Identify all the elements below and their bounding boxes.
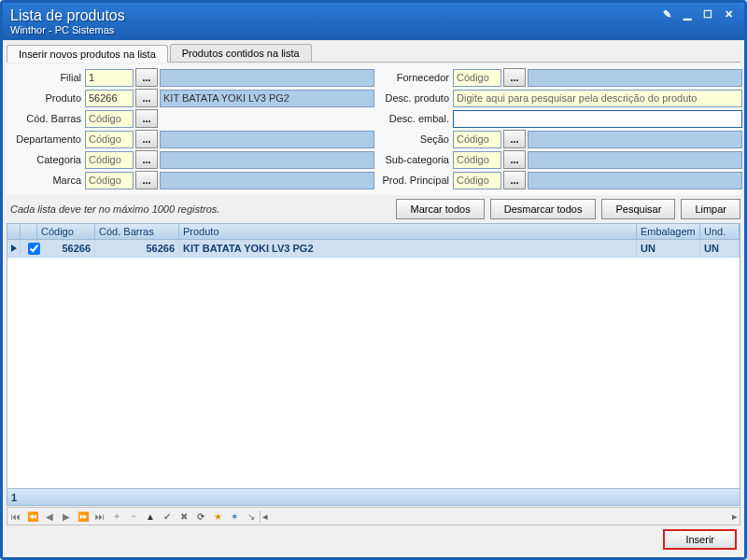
nav-next-icon[interactable]: ▶ (58, 508, 75, 525)
nav-post-icon[interactable]: ✔ (159, 508, 176, 525)
col-und[interactable]: Und. (700, 224, 740, 239)
departamento-desc-input[interactable] (160, 131, 374, 148)
nav-next-page-icon[interactable]: ⏩ (75, 508, 92, 525)
prod-principal-code-input[interactable] (453, 172, 501, 189)
fornecedor-lookup-button[interactable]: ... (503, 68, 526, 87)
departamento-lookup-button[interactable]: ... (135, 130, 158, 148)
secao-lookup-button[interactable]: ... (503, 130, 526, 148)
nav-goto-icon[interactable]: ↘ (243, 508, 260, 525)
cell-cod-barras: 56266 (95, 240, 179, 257)
edit-icon[interactable]: ✎ (658, 7, 675, 21)
label-cod-barras: Cód. Barras (10, 113, 85, 124)
filial-desc-input[interactable] (160, 69, 374, 87)
col-produto[interactable]: Produto (179, 224, 637, 239)
nav-insert-icon[interactable]: ＋ (108, 508, 125, 525)
produto-lookup-button[interactable]: ... (135, 89, 158, 107)
secao-code-input[interactable] (453, 131, 501, 148)
categoria-lookup-button[interactable]: ... (135, 150, 158, 169)
tab-produtos-contidos[interactable]: Produtos contidos na lista (170, 44, 312, 62)
close-icon[interactable]: ✕ (720, 7, 737, 21)
marcar-todos-button[interactable]: Marcar todos (396, 199, 484, 219)
label-secao: Seção (378, 133, 453, 145)
filial-lookup-button[interactable]: ... (135, 68, 158, 87)
categoria-desc-input[interactable] (160, 151, 374, 169)
product-grid: Código Cód. Barras Produto Embalagem Und… (7, 223, 740, 506)
label-marca: Marca (10, 175, 85, 186)
marca-lookup-button[interactable]: ... (135, 171, 158, 189)
label-filial: Filial (10, 72, 85, 83)
pesquisar-button[interactable]: Pesquisar (601, 199, 675, 219)
nav-refresh-icon[interactable]: ⟳ (192, 508, 209, 525)
nav-filter-icon[interactable]: ✶ (226, 508, 243, 525)
hint-text: Cada lista deve ter no máximo 1000 regis… (7, 203, 219, 215)
minimize-icon[interactable]: ▁ (679, 7, 696, 21)
row-indicator-icon (7, 240, 21, 257)
fornecedor-desc-input[interactable] (528, 69, 742, 87)
col-indicator (7, 224, 21, 239)
cod-barras-lookup-button[interactable]: ... (135, 109, 158, 128)
hint-row: Cada lista deve ter no máximo 1000 regis… (7, 199, 740, 219)
categoria-code-input[interactable] (85, 151, 134, 169)
nav-cancel-icon[interactable]: ✖ (176, 508, 192, 525)
prod-principal-lookup-button[interactable]: ... (503, 171, 526, 189)
sub-categoria-code-input[interactable] (453, 151, 501, 169)
grid-body: 56266 56266 KIT BATATA YOKI LV3 PG2 UN U… (7, 240, 740, 488)
tab-row: Inserir novos produtos na lista Produtos… (7, 44, 740, 63)
col-checkbox (21, 224, 37, 239)
nav-bookmark-icon[interactable]: ★ (209, 508, 226, 525)
nav-first-icon[interactable]: ⏮ (7, 508, 24, 525)
marca-code-input[interactable] (85, 172, 134, 189)
tab-inserir-novos[interactable]: Inserir novos produtos na lista (7, 45, 168, 63)
label-categoria: Categoria (10, 154, 85, 165)
cell-produto: KIT BATATA YOKI LV3 PG2 (179, 240, 637, 257)
titlebar: Lista de produtos Winthor - PC Sistemas … (3, 3, 744, 40)
cell-embalagem: UN (637, 240, 700, 257)
maximize-icon[interactable]: ☐ (699, 7, 716, 21)
marca-desc-input[interactable] (160, 172, 374, 189)
record-navigator: ⏮ ⏪ ◀ ▶ ⏩ ⏭ ＋ － ▲ ✔ ✖ ⟳ ★ ✶ ↘ ◂ ▸ (7, 507, 740, 525)
bottom-bar: Inserir (7, 525, 740, 553)
sub-categoria-desc-input[interactable] (528, 151, 742, 169)
nav-prev-icon[interactable]: ◀ (41, 508, 58, 525)
scroll-right-icon[interactable]: ▸ (732, 511, 738, 523)
col-codigo[interactable]: Código (37, 224, 95, 239)
cod-barras-input[interactable] (85, 110, 134, 128)
table-row[interactable]: 56266 56266 KIT BATATA YOKI LV3 PG2 UN U… (7, 240, 740, 258)
label-desc-produto: Desc. produto (378, 92, 453, 104)
prod-principal-desc-input[interactable] (528, 172, 742, 189)
grid-footer: 1 (7, 488, 740, 505)
nav-prev-page-icon[interactable]: ⏪ (24, 508, 41, 525)
cell-codigo: 56266 (37, 240, 95, 257)
departamento-code-input[interactable] (85, 131, 134, 148)
label-desc-embal: Desc. embal. (378, 113, 453, 124)
label-sub-categoria: Sub-categoria (378, 154, 453, 165)
label-produto: Produto (10, 92, 85, 104)
horizontal-scrollbar[interactable]: ◂ ▸ (260, 511, 740, 523)
label-prod-principal: Prod. Principal (378, 175, 453, 186)
col-embalagem[interactable]: Embalagem (637, 224, 700, 239)
desc-embal-input[interactable] (453, 110, 742, 128)
col-cod-barras[interactable]: Cód. Barras (95, 224, 179, 239)
sub-categoria-lookup-button[interactable]: ... (503, 150, 526, 169)
label-fornecedor: Fornecedor (378, 72, 453, 83)
inserir-button[interactable]: Inserir (663, 529, 737, 550)
window-title: Lista de produtos (10, 7, 125, 24)
grid-header: Código Cód. Barras Produto Embalagem Und… (7, 224, 740, 240)
nav-delete-icon[interactable]: － (125, 508, 142, 525)
nav-last-icon[interactable]: ⏭ (92, 508, 108, 525)
row-checkbox[interactable] (21, 240, 37, 257)
desc-produto-input[interactable] (453, 90, 742, 107)
window-subtitle: Winthor - PC Sistemas (10, 24, 125, 36)
produto-desc-input[interactable] (160, 90, 374, 107)
filial-code-input[interactable] (85, 69, 134, 87)
produto-code-input[interactable] (85, 90, 134, 107)
fornecedor-code-input[interactable] (453, 69, 501, 87)
desmarcar-todos-button[interactable]: Desmarcar todos (490, 199, 597, 219)
scroll-left-icon[interactable]: ◂ (262, 511, 268, 523)
nav-edit-icon[interactable]: ▲ (142, 508, 159, 525)
secao-desc-input[interactable] (528, 131, 742, 148)
record-count: 1 (11, 492, 17, 503)
cell-und: UN (700, 240, 740, 257)
form-pane: Filial ... Produto ... Cód. Barras ... (7, 64, 740, 195)
limpar-button[interactable]: Limpar (681, 199, 740, 219)
